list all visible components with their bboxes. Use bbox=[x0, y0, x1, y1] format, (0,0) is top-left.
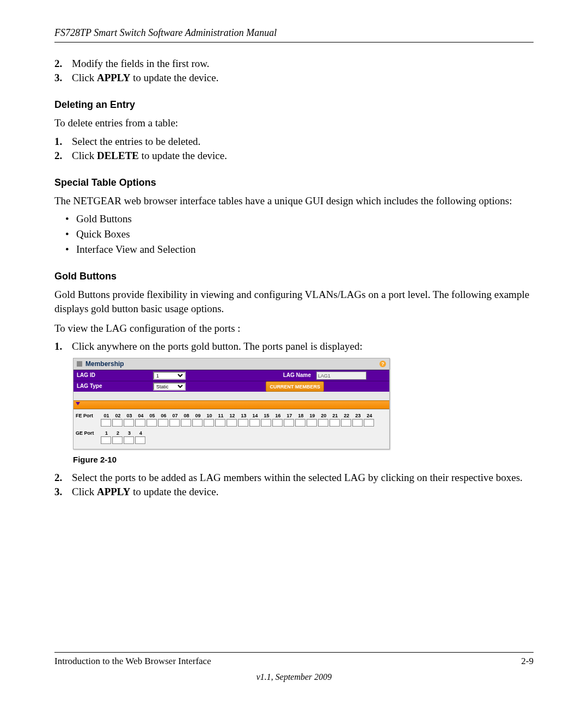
select-lag-type[interactable]: Static bbox=[153, 382, 186, 391]
help-icon[interactable]: ? bbox=[379, 361, 386, 367]
port-checkbox[interactable] bbox=[192, 419, 203, 427]
port-checkbox[interactable] bbox=[329, 419, 340, 427]
list-item: 1.Select the entries to be deleted. bbox=[54, 136, 534, 148]
port-checkbox[interactable] bbox=[124, 419, 134, 427]
list-item: Quick Boxes bbox=[65, 228, 534, 240]
footer-section-title: Introduction to the Web Browser Interfac… bbox=[54, 656, 211, 667]
port-checkbox[interactable] bbox=[284, 419, 294, 427]
list-item: Gold Buttons bbox=[65, 213, 534, 225]
list-item: 2.Select the ports to be added as LAG me… bbox=[54, 472, 534, 484]
port-number: 13 bbox=[238, 413, 249, 418]
port-number: 23 bbox=[352, 413, 364, 418]
paragraph: To view the LAG configuration of the por… bbox=[54, 321, 534, 336]
port-number: 09 bbox=[192, 413, 204, 418]
port-number: 01 bbox=[101, 413, 112, 418]
port-checkbox[interactable] bbox=[261, 419, 271, 427]
footer-version: v1.1, September 2009 bbox=[54, 672, 534, 682]
port-checkbox[interactable] bbox=[169, 419, 180, 427]
port-number: 4 bbox=[135, 430, 146, 436]
port-number: 11 bbox=[215, 413, 226, 418]
expand-icon[interactable] bbox=[77, 361, 82, 367]
port-checkbox[interactable] bbox=[101, 419, 111, 427]
port-checkbox[interactable] bbox=[124, 436, 134, 444]
port-number: 08 bbox=[181, 413, 192, 418]
port-number: 22 bbox=[341, 413, 352, 418]
chevron-down-icon bbox=[76, 402, 80, 405]
port-checkbox[interactable] bbox=[135, 436, 145, 444]
port-number: 1 bbox=[101, 430, 112, 436]
after-figure-step-list: 2.Select the ports to be added as LAG me… bbox=[54, 472, 534, 498]
current-members-button[interactable]: CURRENT MEMBERS bbox=[266, 381, 324, 392]
port-checkbox[interactable] bbox=[215, 419, 225, 427]
port-number: 06 bbox=[158, 413, 169, 418]
label-lag-name: LAG Name bbox=[248, 370, 314, 381]
input-lag-name[interactable] bbox=[316, 372, 366, 380]
list-item: 3.Click APPLY to update the device. bbox=[54, 486, 534, 498]
config-row-lag-type: LAG Type Static CURRENT MEMBERS bbox=[74, 381, 389, 392]
port-checkbox[interactable] bbox=[146, 419, 157, 427]
figure-membership-panel: Membership ? LAG ID 1 LAG Name LAG Type … bbox=[73, 358, 390, 449]
heading-special-options: Special Table Options bbox=[54, 177, 534, 188]
port-checkbox[interactable] bbox=[204, 419, 214, 427]
gold-ports-bar[interactable] bbox=[74, 400, 389, 409]
paragraph: The NETGEAR web browser interface tables… bbox=[54, 194, 534, 208]
port-number: 14 bbox=[249, 413, 261, 418]
ports-panel: FE Port 01020304050607080910111213141516… bbox=[74, 409, 389, 449]
list-item: 2.Modify the fields in the first row. bbox=[54, 58, 534, 70]
deleting-step-list: 1.Select the entries to be deleted. 2.Cl… bbox=[54, 136, 534, 162]
port-checkbox[interactable] bbox=[272, 419, 283, 427]
paragraph: Gold Buttons provide flexibility in view… bbox=[54, 288, 534, 315]
port-checkbox[interactable] bbox=[352, 419, 363, 427]
config-row-lag-id: LAG ID 1 LAG Name bbox=[74, 370, 389, 381]
port-number: 20 bbox=[318, 413, 329, 418]
port-number: 16 bbox=[272, 413, 284, 418]
port-checkbox[interactable] bbox=[101, 436, 111, 444]
heading-gold-buttons: Gold Buttons bbox=[54, 271, 534, 282]
list-item: Interface View and Selection bbox=[65, 244, 534, 255]
panel-title: Membership bbox=[85, 360, 124, 368]
port-number: 12 bbox=[226, 413, 238, 418]
top-step-list: 2.Modify the fields in the first row. 3.… bbox=[54, 58, 534, 84]
port-number: 3 bbox=[124, 430, 135, 436]
port-checkbox[interactable] bbox=[226, 419, 237, 427]
label-ge-port: GE Port bbox=[76, 430, 101, 436]
page-number: 2-9 bbox=[521, 656, 534, 667]
list-item: 2.Click DELETE to update the device. bbox=[54, 150, 534, 162]
port-number: 04 bbox=[135, 413, 146, 418]
header-rule bbox=[54, 42, 534, 42]
port-number: 24 bbox=[364, 413, 375, 418]
select-lag-id[interactable]: 1 bbox=[153, 372, 186, 380]
port-checkbox[interactable] bbox=[112, 436, 122, 444]
paragraph: To delete entries from a table: bbox=[54, 116, 534, 130]
port-checkbox[interactable] bbox=[249, 419, 260, 427]
port-checkbox[interactable] bbox=[307, 419, 317, 427]
port-checkbox[interactable] bbox=[135, 419, 145, 427]
list-item: 3.Click APPLY to update the device. bbox=[54, 72, 534, 84]
label-lag-type: LAG Type bbox=[74, 381, 151, 392]
port-checkbox[interactable] bbox=[341, 419, 351, 427]
port-checkbox[interactable] bbox=[181, 419, 191, 427]
port-number: 10 bbox=[204, 413, 215, 418]
port-number: 02 bbox=[112, 413, 124, 418]
port-checkbox[interactable] bbox=[158, 419, 168, 427]
port-number: 2 bbox=[112, 430, 124, 436]
port-checkbox[interactable] bbox=[295, 419, 305, 427]
port-number: 07 bbox=[169, 413, 181, 418]
label-lag-id: LAG ID bbox=[74, 370, 151, 381]
figure-caption: Figure 2-10 bbox=[73, 455, 534, 464]
port-checkbox[interactable] bbox=[238, 419, 248, 427]
port-checkbox[interactable] bbox=[112, 419, 122, 427]
page-footer: Introduction to the Web Browser Interfac… bbox=[54, 652, 534, 682]
port-number: 19 bbox=[307, 413, 318, 418]
port-number: 03 bbox=[124, 413, 135, 418]
heading-deleting-entry: Deleting an Entry bbox=[54, 99, 534, 111]
footer-rule bbox=[54, 652, 534, 653]
running-header: FS728TP Smart Switch Software Administra… bbox=[54, 27, 534, 39]
port-number: 15 bbox=[261, 413, 272, 418]
port-number: 17 bbox=[284, 413, 295, 418]
label-fe-port: FE Port bbox=[76, 413, 101, 418]
port-checkbox[interactable] bbox=[364, 419, 374, 427]
port-checkbox[interactable] bbox=[318, 419, 328, 427]
bullet-list: Gold Buttons Quick Boxes Interface View … bbox=[54, 213, 534, 255]
list-item: 1.Click anywhere on the ports gold butto… bbox=[54, 340, 534, 352]
